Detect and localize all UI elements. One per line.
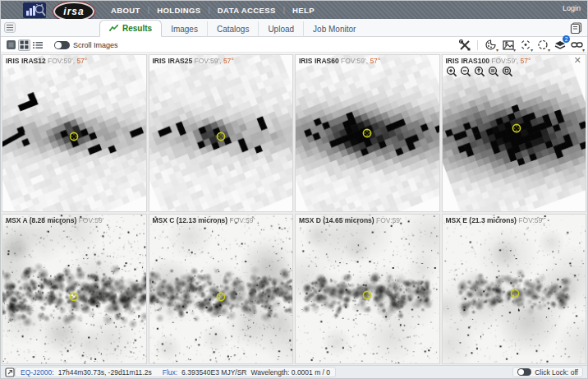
- image-panel-iris-iras25: IRIS IRAS25 FOV:59', 57°: [149, 54, 294, 212]
- toolbar-divider: [477, 40, 478, 50]
- target-marker-icon: [361, 289, 374, 302]
- scroll-images-label: Scroll Images: [73, 41, 118, 49]
- tab-label: Catalogs: [217, 25, 249, 34]
- dropdown-arrow-icon: ▾: [531, 47, 533, 53]
- panel-title: MSX E (21.3 microns) FOV:59': [446, 216, 544, 224]
- tab-catalogs[interactable]: Catalogs: [207, 21, 258, 37]
- tool-cluster: ▾ ▾ ▾: [458, 39, 583, 51]
- grid-view-button[interactable]: [18, 39, 30, 51]
- target-marker-icon: [214, 290, 227, 303]
- flux-label[interactable]: Flux:: [163, 368, 177, 377]
- wcs-link-icon[interactable]: ▾: [571, 39, 583, 51]
- wavelength-value: Wavelength: 0.0001 m / 0: [251, 368, 331, 377]
- zoom-in-icon[interactable]: [446, 66, 457, 77]
- zoom-fill-icon[interactable]: [488, 66, 499, 77]
- target-marker-icon: [508, 287, 521, 300]
- status-bar: EQ-J2000: 17h44m30.73s, -29d11m11.2s Flu…: [1, 365, 587, 378]
- click-lock-label: Click Lock: off: [535, 368, 578, 377]
- menu-about[interactable]: ABOUT: [103, 6, 148, 15]
- zoom-fit-icon[interactable]: [474, 66, 485, 77]
- mouse-readout: EQ-J2000: 17h44m30.73s, -29d11m11.2s Flu…: [15, 367, 336, 377]
- image-panel-msx-d: MSX D (14.65 microns) FOV:59': [295, 214, 440, 364]
- image-panel-iris-iras60: IRIS IRAS60 FOV:59', 57°: [295, 54, 440, 212]
- login-button[interactable]: Login: [563, 4, 581, 12]
- target-marker-icon: [361, 127, 374, 140]
- layers-count-badge: 2: [563, 35, 570, 43]
- tab-label: Images: [171, 25, 198, 34]
- irsa-viewer-logo-icon[interactable]: [23, 2, 46, 18]
- zoom-out-icon[interactable]: [460, 66, 471, 77]
- tab-job-monitor[interactable]: Job Monitor: [303, 21, 365, 37]
- panel-title: MSX A (8.28 microns) FOV:59': [6, 216, 103, 224]
- panel-title: IRIS IRAS25 FOV:59', 57°: [153, 57, 234, 65]
- image-grid: IRIS IRAS12 FOV:59', 57° IRIS IRAS25 FOV…: [1, 53, 587, 365]
- tab-label: Results: [122, 24, 152, 33]
- menu-help[interactable]: HELP: [285, 6, 322, 15]
- sky-image[interactable]: [2, 215, 146, 363]
- close-panel-icon[interactable]: ✕: [574, 56, 581, 65]
- flux-value: 6.393540E3 MJY/SR: [181, 368, 246, 377]
- target-marker-icon: [67, 290, 80, 303]
- list-view-button[interactable]: [31, 39, 44, 51]
- image-panel-msx-a: MSX A (8.28 microns) FOV:59': [2, 214, 147, 364]
- layers-icon[interactable]: 2: [554, 39, 566, 51]
- tab-results[interactable]: Results: [99, 20, 162, 37]
- image-panel-iris-iras100: IRIS IRAS100 FOV:59', 57° ✕: [442, 54, 587, 212]
- tabs: Results Images Catalogs Upload Job Monit…: [99, 19, 365, 37]
- image-toolbar: Scroll Images ▾: [1, 38, 587, 53]
- image-panel-iris-iras12: IRIS IRAS12 FOV:59', 57°: [2, 54, 147, 212]
- recenter-icon[interactable]: ▾: [519, 39, 531, 51]
- coord-value: 17h44m30.73s, -29d11m11.2s: [58, 368, 152, 377]
- tab-label: Job Monitor: [313, 25, 356, 34]
- single-view-button[interactable]: [5, 39, 17, 51]
- menu-data-access[interactable]: DATA ACCESS: [210, 6, 283, 15]
- irsa-viewer-app: ABOUT | HOLDINGS | DATA ACCESS | HELP Lo…: [0, 0, 588, 379]
- image-panel-msx-e: MSX E (21.3 microns) FOV:59': [442, 214, 587, 364]
- expand-icon[interactable]: [5, 367, 15, 377]
- dropdown-arrow-icon: ▾: [548, 47, 550, 53]
- tab-label: Upload: [268, 25, 294, 34]
- panel-title: MSX D (14.65 microns) FOV:59': [299, 216, 402, 224]
- panel-title: IRIS IRAS12 FOV:59', 57°: [6, 57, 87, 65]
- color-palette-icon[interactable]: ▾: [485, 39, 497, 51]
- target-marker-icon: [67, 130, 80, 143]
- tab-upload[interactable]: Upload: [258, 21, 303, 37]
- docs-book-icon[interactable]: [570, 22, 582, 34]
- click-lock-control: Click Lock: off: [512, 367, 583, 377]
- target-marker-icon: [510, 122, 523, 135]
- menu-holdings[interactable]: HOLDINGS: [149, 6, 208, 15]
- panel-title: IRIS IRAS100 FOV:59', 57°: [446, 57, 531, 65]
- image-panel-msx-c: MSX C (12.13 microns) FOV:59': [149, 214, 294, 364]
- zoom-controls: [446, 66, 513, 77]
- panel-title: IRIS IRAS60 FOV:59', 57°: [299, 57, 380, 65]
- image-overlay-icon[interactable]: ▾: [502, 39, 514, 51]
- dropdown-arrow-icon: ▾: [496, 47, 498, 53]
- tools-icon[interactable]: [458, 39, 471, 51]
- results-chart-icon: [109, 25, 119, 32]
- panel-title: MSX C (12.13 microns) FOV:59': [153, 216, 255, 224]
- tab-images[interactable]: Images: [162, 21, 207, 37]
- main-menu: ABOUT | HOLDINGS | DATA ACCESS | HELP: [103, 1, 322, 19]
- click-lock-toggle[interactable]: [517, 368, 531, 376]
- coord-system-label[interactable]: EQ-J2000:: [21, 368, 54, 377]
- select-region-icon[interactable]: ▾: [536, 39, 549, 51]
- target-marker-icon: [214, 130, 227, 143]
- sky-image[interactable]: [149, 215, 293, 363]
- dropdown-arrow-icon: ▾: [513, 47, 516, 53]
- scroll-images-toggle[interactable]: [54, 41, 70, 49]
- tab-bar: Results Images Catalogs Upload Job Monit…: [1, 19, 587, 37]
- dropdown-arrow-icon: ▾: [582, 47, 585, 53]
- sidebar-menu-button[interactable]: [4, 22, 16, 33]
- zoom-1x-icon[interactable]: [502, 66, 513, 77]
